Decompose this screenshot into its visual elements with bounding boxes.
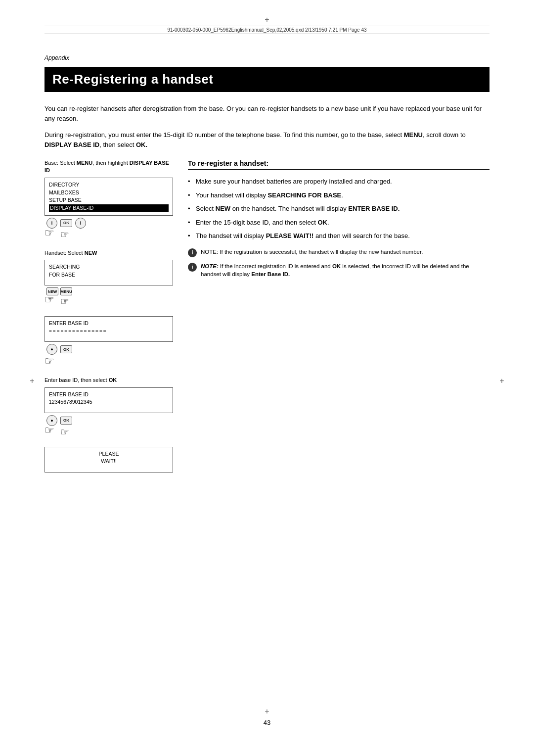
hand-icon-7: ☞ bbox=[60, 426, 69, 438]
hand-icon-3: ☞ bbox=[44, 293, 54, 306]
instruction-list: Make sure your handset batteries are pro… bbox=[188, 177, 490, 241]
please-wait-display: PLEASE WAIT!! bbox=[44, 447, 173, 472]
ok-btn-1: OK bbox=[60, 219, 72, 227]
base-screen-display: DIRECTORY MAILBOXES SETUP BASE DISPLAY B… bbox=[44, 178, 173, 216]
page-number: 43 bbox=[264, 719, 270, 726]
note-1-icon: i bbox=[188, 248, 197, 257]
base-hand-row: ☞ ☞ bbox=[44, 229, 173, 240]
right-column: To re-register a handset: Make sure your… bbox=[188, 159, 490, 283]
enter-base-id-filled-display: ENTER BASE ID 123456789012345 bbox=[44, 387, 173, 413]
left-btn-2: ● bbox=[46, 344, 57, 355]
bullet-1: Make sure your handset batteries are pro… bbox=[188, 177, 490, 187]
enter-base-button-row: ● OK bbox=[46, 344, 173, 355]
bullet-4: Enter the 15-digit base ID, and then sel… bbox=[188, 218, 490, 228]
enter-base-hand-row: ☞ bbox=[44, 355, 173, 368]
file-info: 91-000302-050-000_EP5962Englishmanual_Se… bbox=[44, 26, 490, 34]
enter-base-id-filled-section: ENTER BASE ID 123456789012345 ● OK ☞ ☞ bbox=[44, 387, 173, 438]
enter-base-side-label: Enter base ID, then select OK bbox=[44, 377, 173, 384]
note-2-block: i NOTE: If the incorrect registration ID… bbox=[188, 262, 490, 278]
hand-icon-6: ☞ bbox=[44, 424, 54, 437]
hand-icon-4: ☞ bbox=[60, 295, 69, 307]
page-title: Re-Registering a handset bbox=[52, 72, 482, 87]
please-wait-section: PLEASE WAIT!! bbox=[44, 447, 173, 472]
handset-search-section: Handset: Select NEW SEARCHING FOR BASE N… bbox=[44, 249, 173, 307]
two-column-layout: Base: Select MENU, then highlight DISPLA… bbox=[44, 159, 490, 481]
note-2-icon: i bbox=[188, 263, 197, 272]
enter-base-id-empty-display: ENTER BASE ID =============== bbox=[44, 316, 173, 342]
title-banner: Re-Registering a handset bbox=[44, 67, 490, 92]
hand-icon-2: ☞ bbox=[60, 229, 69, 240]
bullet-3: Select NEW on the handset. The handset w… bbox=[188, 204, 490, 214]
base-display-section: Base: Select MENU, then highlight DISPLA… bbox=[44, 159, 173, 240]
enter-base-id-empty-section: ENTER BASE ID =============== ● OK ☞ bbox=[44, 316, 173, 368]
reg-mark-top bbox=[262, 15, 272, 25]
filled-hand-row: ☞ ☞ bbox=[44, 426, 173, 438]
menu-btn: MENU bbox=[60, 287, 72, 295]
right-soft-btn: i bbox=[75, 218, 86, 229]
filled-button-row: ● OK bbox=[46, 415, 173, 426]
ok-btn-3: OK bbox=[60, 417, 72, 425]
note-1-block: i NOTE: If the registration is successfu… bbox=[188, 248, 490, 257]
reg-mark-bottom bbox=[262, 707, 272, 716]
base-button-row: i OK i bbox=[46, 218, 173, 229]
note-2-text: NOTE: If the incorrect registration ID i… bbox=[201, 262, 490, 278]
intro-paragraph-2: During re-registration, you must enter t… bbox=[44, 130, 490, 149]
left-column: Base: Select MENU, then highlight DISPLA… bbox=[44, 159, 173, 481]
bullet-2: Your handset will display SEARCHING FOR … bbox=[188, 190, 490, 200]
section-heading: To re-register a handset: bbox=[188, 159, 490, 170]
page-container: 91-000302-050-000_EP5962Englishmanual_Se… bbox=[0, 0, 534, 756]
note-1-text: NOTE: If the registration is successful,… bbox=[201, 248, 423, 257]
hand-icon-1: ☞ bbox=[44, 227, 54, 239]
searching-display: SEARCHING FOR BASE bbox=[44, 260, 173, 285]
handset-hand-row: ☞ ☞ bbox=[44, 295, 173, 307]
hand-icon-5: ☞ bbox=[44, 355, 54, 368]
main-content: You can re-register handsets after dereg… bbox=[44, 104, 490, 481]
appendix-label: Appendix bbox=[44, 54, 69, 61]
new-menu-row: NEW MENU bbox=[46, 287, 173, 295]
ok-btn-2: OK bbox=[60, 345, 72, 353]
reg-mark-right bbox=[497, 376, 507, 386]
handset-side-label: Handset: Select NEW bbox=[44, 249, 173, 257]
intro-paragraph-1: You can re-register handsets after dereg… bbox=[44, 104, 490, 123]
bullet-5: The handset will display PLEASE WAIT!! a… bbox=[188, 231, 490, 241]
reg-mark-left bbox=[27, 376, 37, 386]
base-side-label: Base: Select MENU, then highlight DISPLA… bbox=[44, 159, 173, 175]
